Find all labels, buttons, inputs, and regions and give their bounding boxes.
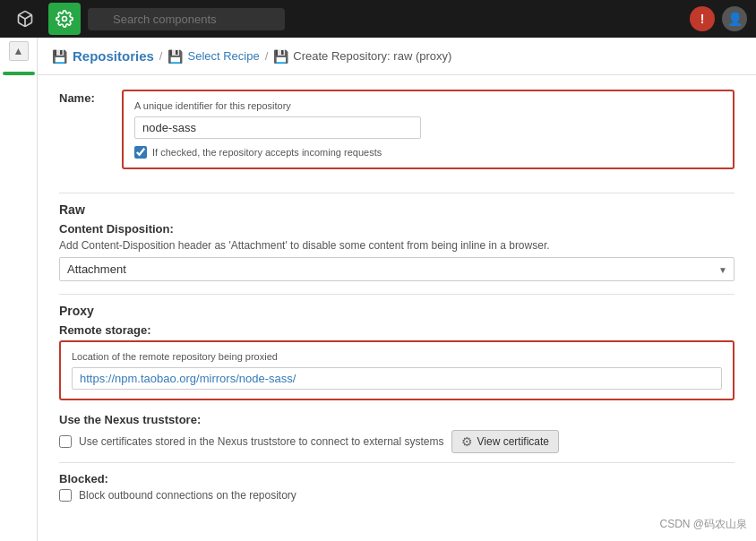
name-hint: A unique identifier for this repository [134,100,722,111]
name-label: Name: [59,90,122,105]
sidebar-indicator [3,72,35,75]
online-checkbox[interactable] [134,146,147,159]
recipe-icon: 💾 [168,49,183,64]
breadcrumb-sep1: / [159,49,163,63]
name-content: A unique identifier for this repository … [122,90,735,184]
online-checkbox-area: If checked, the repository accepts incom… [134,146,382,159]
breadcrumb-sep2: / [265,49,269,63]
truststore-heading: Use the Nexus truststore: [59,413,735,426]
blocked-row: Block outbound connections on the reposi… [59,489,735,502]
main-content: 💾 Repositories / 💾 Select Recipe / 💾 Cre… [38,38,756,541]
svg-point-1 [63,17,67,21]
breadcrumb-step2: 💾 Create Repository: raw (proxy) [273,49,451,64]
online-row: If checked, the repository accepts incom… [134,146,722,159]
content-disposition-select[interactable]: Attachment [59,257,735,281]
breadcrumb-root[interactable]: Repositories [73,48,154,64]
breadcrumb-step1[interactable]: 💾 Select Recipe [168,49,259,64]
content-disposition-desc: Add Content-Disposition header as 'Attac… [59,239,735,252]
sidebar-collapse-btn[interactable]: ▲ [9,41,29,61]
truststore-row: Use certificates stored in the Nexus tru… [59,430,735,453]
raw-section-heading: Raw [59,202,735,217]
cube-nav-btn[interactable] [9,3,41,35]
layout: ▲ 💾 Repositories / 💾 Select Recipe / 💾 C… [0,38,756,541]
truststore-checkbox[interactable] [59,435,72,448]
cert-gear-icon: ⚙ [461,434,473,449]
blocked-label: Block outbound connections on the reposi… [79,489,296,502]
topnav: 🔍 ! 👤 [0,0,756,38]
blocked-checkbox[interactable] [59,489,72,502]
breadcrumb: 💾 Repositories / 💾 Select Recipe / 💾 Cre… [38,38,756,75]
search-input[interactable] [88,8,285,30]
blocked-heading: Blocked: [59,472,735,485]
sidebar: ▲ [0,38,38,541]
remote-storage-input[interactable] [72,367,722,390]
divider1 [59,193,735,193]
divider2 [59,294,735,295]
name-section-box: A unique identifier for this repository … [122,90,735,169]
search-wrapper: 🔍 [88,8,285,30]
remote-storage-box: Location of the remote repository being … [59,340,735,400]
remote-storage-heading: Remote storage: [59,323,735,337]
divider3 [59,462,735,463]
online-hint: If checked, the repository accepts incom… [152,147,382,158]
name-input[interactable] [134,116,421,139]
create-icon: 💾 [273,49,288,64]
content-disposition-heading: Content Disposition: [59,222,735,236]
repos-icon: 💾 [52,49,67,64]
remote-storage-hint: Location of the remote repository being … [72,351,722,362]
view-cert-label: View certificate [477,435,549,448]
proxy-heading: Proxy [59,304,735,318]
truststore-label: Use certificates stored in the Nexus tru… [79,435,444,448]
name-field-row: Name: A unique identifier for this repos… [59,90,735,184]
view-certificate-button[interactable]: ⚙ View certificate [451,430,559,453]
gear-nav-btn[interactable] [48,3,81,35]
alert-icon[interactable]: ! [690,6,715,31]
user-icon[interactable]: 👤 [722,6,747,31]
form-area: Name: A unique identifier for this repos… [38,75,756,516]
proxy-section: Proxy Remote storage: Location of the re… [59,304,735,502]
watermark: CSDN @码农山泉 [659,517,747,532]
content-disposition-wrapper: Attachment ▼ [59,257,735,281]
